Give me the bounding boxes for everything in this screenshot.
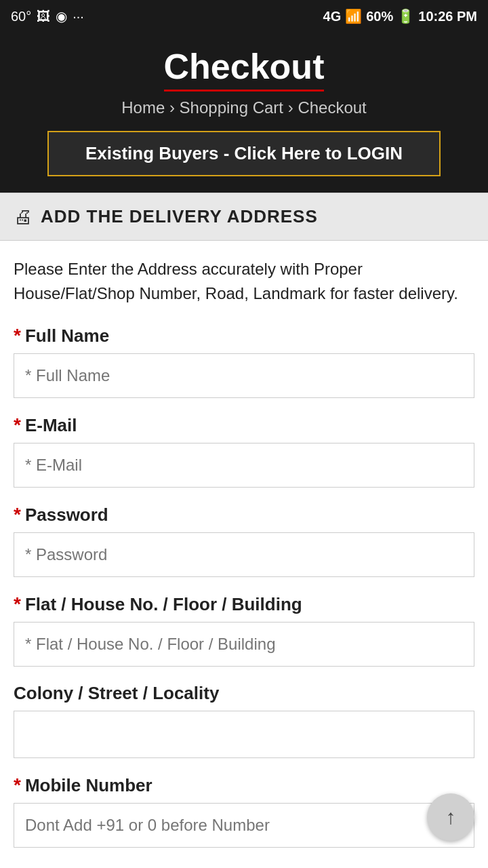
- label-password: * Password: [14, 504, 474, 526]
- breadcrumb-sep2: ›: [288, 98, 293, 117]
- form-group-state: * State: [14, 864, 474, 868]
- label-mobile: * Mobile Number: [14, 774, 474, 796]
- label-email: * E-Mail: [14, 414, 474, 436]
- login-button[interactable]: Existing Buyers - Click Here to LOGIN: [47, 131, 441, 176]
- required-star-flat: *: [14, 593, 21, 615]
- scroll-top-icon: ↑: [446, 806, 456, 829]
- battery-temp: 60°: [11, 9, 31, 24]
- status-left: 60° 🖼 ◉ ···: [11, 8, 84, 24]
- label-colony: Colony / Street / Locality: [14, 683, 474, 704]
- image-icon: 🖼: [37, 9, 50, 24]
- form-description: Please Enter the Address accurately with…: [14, 257, 474, 306]
- delivery-address-form: Please Enter the Address accurately with…: [0, 241, 488, 868]
- breadcrumb-current: Checkout: [298, 98, 366, 117]
- breadcrumb-sep1: ›: [169, 98, 175, 117]
- breadcrumb-cart[interactable]: Shopping Cart: [180, 98, 283, 117]
- input-password[interactable]: [14, 532, 474, 577]
- chrome-icon: ◉: [56, 8, 67, 24]
- scroll-to-top-button[interactable]: ↑: [427, 793, 474, 841]
- printer-icon: 🖨: [14, 205, 33, 228]
- required-star-password: *: [14, 504, 21, 526]
- required-star-state: *: [14, 864, 21, 868]
- input-colony[interactable]: [14, 711, 474, 758]
- required-star-email: *: [14, 414, 21, 436]
- section-header-text: ADD THE DELIVERY ADDRESS: [41, 206, 318, 227]
- form-group-password: * Password: [14, 504, 474, 577]
- input-flat[interactable]: [14, 622, 474, 667]
- label-state: * State: [14, 864, 474, 868]
- status-bar: 60° 🖼 ◉ ··· 4G 📶 60% 🔋 10:26 PM: [0, 0, 488, 33]
- form-group-email: * E-Mail: [14, 414, 474, 488]
- network-icon: 4G: [323, 9, 342, 24]
- input-email[interactable]: [14, 443, 474, 488]
- required-star-mobile: *: [14, 774, 21, 796]
- form-group-full-name: * Full Name: [14, 325, 474, 398]
- form-group-flat: * Flat / House No. / Floor / Building: [14, 593, 474, 667]
- required-star-full-name: *: [14, 325, 21, 347]
- signal-icon: 📶: [345, 8, 362, 24]
- breadcrumb-home[interactable]: Home: [121, 98, 165, 117]
- form-group-mobile: * Mobile Number: [14, 774, 474, 848]
- battery-level: 60%: [366, 9, 393, 24]
- page-title: Checkout: [164, 46, 325, 92]
- status-right: 4G 📶 60% 🔋 10:26 PM: [323, 8, 477, 24]
- header: Checkout Home › Shopping Cart › Checkout…: [0, 33, 488, 193]
- clock: 10:26 PM: [418, 9, 477, 24]
- label-full-name: * Full Name: [14, 325, 474, 347]
- input-mobile[interactable]: [14, 803, 474, 848]
- more-icon: ···: [73, 9, 84, 24]
- battery-icon: 🔋: [397, 8, 414, 24]
- input-full-name[interactable]: [14, 353, 474, 398]
- breadcrumb: Home › Shopping Cart › Checkout: [14, 98, 474, 117]
- label-flat: * Flat / House No. / Floor / Building: [14, 593, 474, 615]
- delivery-address-section-header: 🖨 ADD THE DELIVERY ADDRESS: [0, 193, 488, 241]
- form-group-colony: Colony / Street / Locality: [14, 683, 474, 758]
